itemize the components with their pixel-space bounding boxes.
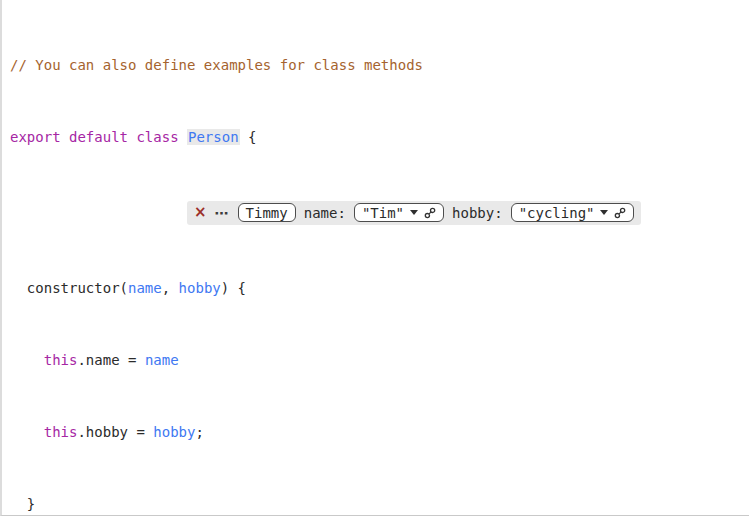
param-label: hobby: <box>452 204 503 222</box>
code-editor[interactable]: // You can also define examples for clas… <box>0 0 749 516</box>
code-token <box>10 352 44 368</box>
code-line: this.hobby = hobby; <box>10 423 749 441</box>
code-token: hobby <box>179 280 221 296</box>
code-line: } <box>10 495 749 513</box>
code-line: // You can also define examples for clas… <box>10 56 749 74</box>
example-name: Timmy <box>246 204 288 222</box>
code-token: ; <box>195 424 203 440</box>
code-token: hobby <box>153 424 195 440</box>
param-value-dropdown[interactable]: "Tim" <box>354 203 444 222</box>
link-icon <box>614 207 626 219</box>
code-token: this <box>44 352 78 368</box>
code-token: ) { <box>221 280 246 296</box>
code-token: this <box>44 424 78 440</box>
delete-example-button[interactable]: × <box>194 205 207 220</box>
code-token: } <box>10 496 35 512</box>
code-token <box>10 424 44 440</box>
link-icon <box>424 207 436 219</box>
chevron-down-icon <box>600 210 608 215</box>
more-options-button[interactable]: ⋯ <box>215 206 230 220</box>
code-token: { <box>240 129 257 145</box>
code-token: name <box>145 352 179 368</box>
code-line: export default class Person { <box>10 128 749 146</box>
dropdown-value: "Tim" <box>362 204 404 222</box>
code-token: .name = <box>77 352 144 368</box>
code-line: this.name = name <box>10 351 749 369</box>
dropdown-value: "cycling" <box>519 204 595 222</box>
class-example-row: ×⋯Timmyname:"Tim"hobby:"cycling" <box>10 200 749 225</box>
code-token: name <box>128 280 162 296</box>
class-name-token: Person <box>187 129 240 145</box>
param-label: name: <box>304 204 346 222</box>
comment-text: // You can also define examples for clas… <box>10 57 423 73</box>
code-line: constructor(name, hobby) { <box>10 279 749 297</box>
example-button[interactable]: Timmy <box>238 203 296 222</box>
chevron-down-icon <box>410 210 418 215</box>
code-token: constructor( <box>10 280 128 296</box>
code-token: .hobby = <box>77 424 153 440</box>
example-widget-strip: ×⋯Timmyname:"Tim"hobby:"cycling" <box>187 201 641 225</box>
code-token: , <box>162 280 179 296</box>
param-value-dropdown[interactable]: "cycling" <box>511 203 635 222</box>
code-token: export default class <box>10 129 187 145</box>
